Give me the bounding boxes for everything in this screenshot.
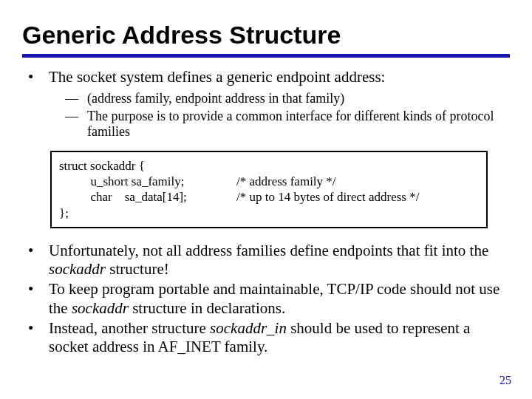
bullet-item: • Unfortunately, not all address familie… [28,242,510,279]
sub-bullet-text: The purpose is to provide a common inter… [87,109,510,140]
text-span: structure in declarations. [129,299,285,317]
bullet-text: The socket system defines a generic endp… [49,68,510,86]
code-comment: /* address family */ [236,174,479,189]
code-text: struct sockaddr { [59,158,236,174]
sub-bullet-marker: — [65,109,87,140]
text-span: Instead, another structure [49,319,210,337]
bullet-text: Instead, another structure sockaddr_in s… [49,319,510,356]
code-block: struct sockaddr { u_short sa_family; /* … [50,151,488,228]
code-line: char sa_data[14]; /* up to 14 bytes of d… [59,189,479,205]
bullet-marker: • [28,242,49,279]
bullet-list-bottom: • Unfortunately, not all address familie… [22,242,510,356]
code-line: u_short sa_family; /* address family */ [59,174,479,189]
code-text: }; [59,205,236,221]
slide-title: Generic Address Structure [22,21,510,58]
bullet-marker: • [28,319,49,356]
sub-bullet-item: — The purpose is to provide a common int… [65,109,510,140]
sub-bullet-marker: — [65,91,87,107]
bullet-item: • To keep program portable and maintaina… [28,280,510,317]
bullet-item: • Instead, another structure sockaddr_in… [28,319,510,356]
code-line: }; [59,205,479,221]
bullet-text: Unfortunately, not all address families … [49,242,510,279]
code-line: struct sockaddr { [59,158,479,174]
code-decl: u_short sa_family; [59,174,236,189]
bullet-item: • The socket system defines a generic en… [28,68,510,86]
bullet-list-top: • The socket system defines a generic en… [22,68,510,140]
page-number: 25 [499,374,511,387]
text-span: structure! [106,260,169,278]
bullet-marker: • [28,68,49,86]
italic-term: sockaddr [72,299,129,317]
bullet-marker: • [28,280,49,317]
sub-bullet-list: — (address family, endpoint address in t… [28,91,510,140]
text-span: Unfortunately, not all address families … [49,242,488,259]
sub-bullet-item: — (address family, endpoint address in t… [65,91,510,107]
bullet-text: To keep program portable and maintainabl… [49,280,510,317]
sub-bullet-text: (address family, endpoint address in tha… [87,91,510,107]
code-decl: char sa_data[14]; [59,189,236,205]
code-comment: /* up to 14 bytes of direct address */ [236,189,479,205]
italic-term: sockaddr_in [210,319,287,337]
italic-term: sockaddr [49,260,106,278]
